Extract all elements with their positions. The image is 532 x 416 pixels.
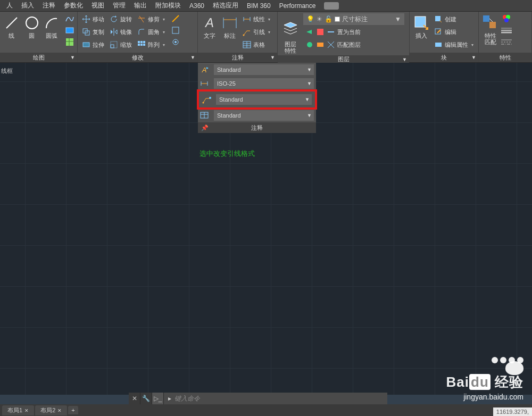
- panel-title-layers[interactable]: 图层▼: [278, 55, 409, 63]
- table-icon: [243, 40, 251, 49]
- mleaderstyle-dropdown[interactable]: Standard▼: [216, 94, 312, 105]
- menu-item[interactable]: A360: [185, 2, 209, 10]
- sun-icon: ☀: [317, 15, 322, 23]
- svg-rect-37: [435, 29, 440, 34]
- modify-misc-icon[interactable]: [170, 37, 181, 47]
- copy-icon: [82, 28, 90, 36]
- cmd-prompt-button[interactable]: ▷_: [152, 393, 164, 404]
- svg-rect-14: [138, 44, 140, 46]
- array-button[interactable]: 阵列▾: [135, 39, 167, 51]
- panel-title-modify[interactable]: 修改▼: [78, 53, 197, 62]
- polyline-icon[interactable]: [64, 13, 75, 24]
- tablestyle-dropdown[interactable]: Standard▼: [214, 110, 314, 121]
- menu-item[interactable]: 插入: [17, 1, 38, 10]
- circle-button[interactable]: 圆: [22, 13, 41, 39]
- edit-attr-button[interactable]: 编辑属性▾: [432, 39, 476, 51]
- fillet-icon: [137, 28, 146, 36]
- move-button[interactable]: 移动: [80, 13, 106, 25]
- menu-item[interactable]: 人: [2, 1, 17, 10]
- trim-icon: [137, 15, 146, 23]
- highlight-red-box: Standard▼: [197, 89, 317, 110]
- panel-draw: 线 圆 圆弧 绘图▼: [0, 12, 78, 62]
- menu-item[interactable]: 视图: [87, 1, 109, 10]
- flyout-footer[interactable]: 📌注释: [198, 122, 316, 133]
- layout-tab[interactable]: 布局1✕: [2, 405, 34, 415]
- command-line: ✕ 🔧 ▷_ ▸键入命令: [129, 393, 387, 404]
- textstyle-row: A Standard▼: [198, 63, 316, 77]
- panel-title-block[interactable]: 块▼: [410, 53, 478, 62]
- copy-button[interactable]: 复制: [80, 26, 106, 38]
- leader-button[interactable]: 引线▾: [240, 26, 272, 38]
- layer-dropdown[interactable]: 💡 ☀ 🔓 尺寸标注 ▼: [303, 13, 404, 25]
- annotation-flyout: A Standard▼ ISO-25▼ Standard▼ Standard▼ …: [198, 63, 316, 133]
- menu-item[interactable]: 参数化: [60, 1, 87, 10]
- panel-title-draw[interactable]: 绘图▼: [0, 53, 77, 62]
- svg-text:A: A: [204, 15, 214, 30]
- dimension-button[interactable]: 标注: [220, 13, 239, 39]
- create-block-button[interactable]: 创建: [432, 13, 476, 25]
- trim-button[interactable]: 修剪▾: [135, 13, 167, 25]
- visual-style-label[interactable]: 线框: [1, 67, 13, 75]
- insert-block-button[interactable]: 插入: [412, 13, 431, 39]
- match-layer-button[interactable]: 匹配图层: [303, 39, 406, 51]
- match-properties-button[interactable]: 特性 匹配: [481, 13, 500, 45]
- modify-misc-icon[interactable]: [170, 25, 181, 36]
- svg-rect-3: [66, 38, 73, 46]
- cmd-wrench-button[interactable]: 🔧: [140, 393, 152, 404]
- svg-point-43: [504, 18, 509, 22]
- annotation-note: 选中改变引线格式: [200, 149, 255, 159]
- panel-block: 插入 创建 编辑 编辑属性▾ 块▼: [410, 12, 479, 62]
- layout-tabs: 布局1✕ 布局2✕ +: [0, 404, 532, 416]
- linear-icon: [243, 15, 251, 23]
- layer-properties-button[interactable]: 图层 特性: [281, 13, 300, 54]
- tablestyle-row: Standard▼: [198, 109, 316, 122]
- arc-button[interactable]: 圆弧: [42, 13, 61, 39]
- menu-item[interactable]: 管理: [109, 1, 130, 10]
- rectangle-icon[interactable]: [64, 25, 75, 36]
- table-button[interactable]: 表格: [240, 39, 272, 51]
- menu-item[interactable]: 注释: [38, 1, 60, 10]
- layout-tab[interactable]: 布局2✕: [35, 405, 67, 415]
- svg-rect-16: [143, 44, 145, 46]
- svg-rect-11: [138, 41, 140, 43]
- camera-icon[interactable]: [324, 2, 339, 10]
- edit-block-button[interactable]: 编辑: [432, 26, 476, 38]
- menu-item[interactable]: BIM 360: [243, 2, 275, 10]
- stretch-button[interactable]: 拉伸: [80, 39, 106, 51]
- mirror-button[interactable]: 镜像: [107, 26, 134, 38]
- cmd-close-button[interactable]: ✕: [129, 393, 140, 404]
- panel-title-properties[interactable]: 特性: [479, 53, 531, 62]
- menu-item[interactable]: 附加模块: [151, 1, 185, 10]
- hatch-icon[interactable]: [64, 37, 75, 47]
- menu-item[interactable]: Performance: [275, 2, 320, 10]
- lineweight-icon[interactable]: [501, 25, 512, 36]
- panel-annotation: A 文字 标注 线性▾ 引线▾ 表格 注释▼: [198, 12, 278, 62]
- menu-item[interactable]: 精选应用: [209, 1, 243, 10]
- svg-point-55: [209, 97, 211, 99]
- svg-text:A: A: [202, 66, 207, 74]
- panel-title-annotation[interactable]: 注释▼: [198, 53, 277, 62]
- svg-point-54: [203, 102, 204, 104]
- scale-button[interactable]: 缩放: [107, 39, 134, 51]
- textstyle-dropdown[interactable]: Standard▼: [214, 64, 314, 75]
- lightbulb-icon: 💡: [306, 15, 314, 23]
- panel-modify: 移动 复制 拉伸 旋转 镜像 缩放 修剪▾ 圆角▾ 阵列▾ 修改▼: [78, 12, 198, 62]
- rotate-button[interactable]: 旋转: [107, 13, 134, 25]
- text-button[interactable]: A 文字: [200, 13, 219, 39]
- command-input[interactable]: ▸键入命令: [164, 393, 387, 404]
- linear-button[interactable]: 线性▾: [240, 13, 272, 25]
- dimstyle-dropdown[interactable]: ISO-25▼: [214, 78, 314, 89]
- modify-misc-icon[interactable]: [170, 13, 181, 24]
- mleaderstyle-row: Standard▼: [200, 93, 314, 106]
- linetype-icon[interactable]: [501, 37, 512, 47]
- menu-item[interactable]: 输出: [130, 1, 151, 10]
- scale-icon: [110, 40, 118, 49]
- line-button[interactable]: 线: [2, 13, 21, 39]
- fillet-button[interactable]: 圆角▾: [135, 26, 167, 38]
- add-layout-tab[interactable]: +: [68, 406, 78, 414]
- dimstyle-row: ISO-25▼: [198, 77, 316, 90]
- make-current-button[interactable]: 置为当前: [303, 26, 406, 38]
- svg-rect-40: [489, 22, 496, 28]
- color-picker-icon[interactable]: [501, 13, 512, 24]
- svg-rect-38: [435, 43, 442, 47]
